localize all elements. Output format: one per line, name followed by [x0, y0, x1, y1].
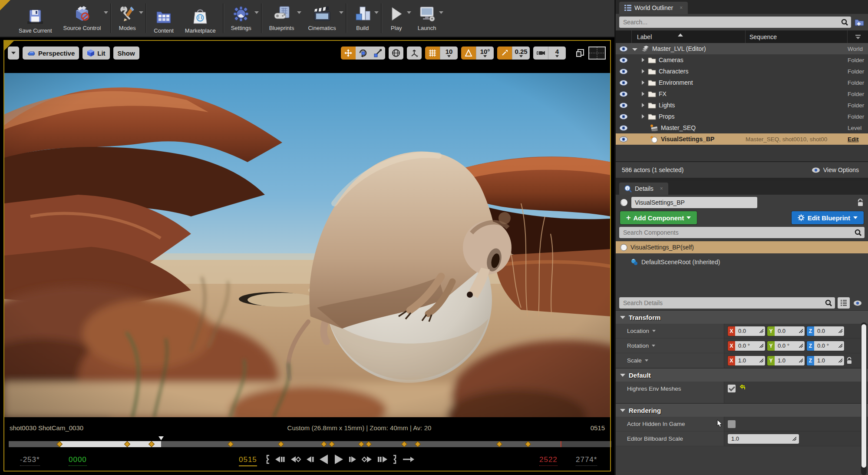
scale-snap-value[interactable]: 0.25 — [512, 47, 530, 60]
marketplace-button[interactable]: Marketplace — [179, 0, 221, 37]
chevron-down-icon[interactable] — [645, 359, 648, 362]
expander-icon[interactable] — [642, 103, 644, 107]
step-back-icon[interactable] — [306, 454, 314, 465]
visibility-eye-icon[interactable] — [616, 69, 631, 74]
drag-handle-icon[interactable] — [838, 344, 842, 348]
panel-splitter[interactable] — [616, 178, 868, 181]
close-icon[interactable]: × — [680, 5, 683, 11]
show-button[interactable]: Show — [113, 47, 139, 60]
expander-icon[interactable] — [632, 48, 637, 51]
source-control-button[interactable]: Source Control — [58, 3, 107, 34]
details-scrollbar-thumb[interactable] — [861, 324, 866, 468]
settings-dropdown[interactable] — [254, 11, 259, 14]
play-forward-icon[interactable] — [333, 454, 344, 465]
angle-snap-toggle[interactable] — [461, 47, 476, 60]
sequence-column-header[interactable]: Sequence — [745, 30, 847, 43]
drag-handle-icon[interactable] — [759, 329, 763, 333]
range-end-field[interactable]: 2774* — [576, 455, 597, 466]
visibility-eye-icon[interactable] — [616, 114, 631, 120]
playhead-marker[interactable] — [158, 436, 164, 440]
drag-handle-icon[interactable] — [759, 344, 763, 348]
range-start-field[interactable]: -253* — [20, 455, 40, 466]
outliner-searchbox[interactable] — [619, 17, 851, 28]
visibility-eye-icon[interactable] — [616, 125, 631, 131]
next-shot-icon[interactable] — [377, 454, 388, 465]
tab-details[interactable]: i Details × — [619, 183, 668, 195]
move-tool-button[interactable] — [341, 47, 356, 60]
scale-snap-toggle[interactable] — [497, 47, 512, 60]
camera-speed-value[interactable]: 4 — [548, 47, 566, 60]
cinematics-dropdown[interactable] — [339, 11, 343, 14]
visibility-eye-icon[interactable] — [616, 57, 631, 63]
play-dropdown[interactable] — [407, 11, 411, 14]
components-search-input[interactable] — [619, 227, 865, 238]
scale-lock-icon[interactable] — [846, 357, 852, 365]
outliner-row-environment[interactable]: Environment Folder — [616, 77, 868, 88]
tab-world-outliner[interactable]: World Outliner × — [619, 2, 688, 14]
save-current-button[interactable]: Save Current — [13, 0, 58, 37]
playback-end-field[interactable]: 2522 — [539, 455, 558, 466]
close-icon[interactable]: × — [660, 186, 663, 192]
details-scrollbar[interactable] — [861, 322, 867, 475]
step-forward-icon[interactable] — [348, 454, 357, 465]
drag-handle-icon[interactable] — [799, 344, 803, 348]
outliner-row-lights[interactable]: Lights Folder — [616, 100, 868, 111]
reset-to-default-icon[interactable] — [740, 385, 746, 391]
details-view-options-button[interactable] — [852, 300, 865, 306]
details-searchbox[interactable] — [619, 297, 835, 309]
camera-speed-icon[interactable] — [533, 47, 548, 60]
expander-icon[interactable] — [642, 69, 644, 73]
location-x-field[interactable]: 0.0 — [735, 326, 765, 336]
section-default[interactable]: Default — [616, 368, 868, 382]
world-space-button[interactable] — [389, 47, 403, 60]
cinematics-button[interactable]: Cinematics — [302, 3, 341, 34]
visibility-eye-icon[interactable] — [616, 46, 631, 52]
restore-viewport-icon[interactable] — [575, 48, 585, 58]
sequencer-timeline[interactable] — [9, 439, 611, 449]
modes-dropdown[interactable] — [139, 11, 143, 14]
drag-handle-icon[interactable] — [838, 329, 842, 333]
add-component-button[interactable]: + Add Component — [620, 211, 697, 224]
rotation-y-field[interactable]: 0.0 ° — [775, 341, 805, 351]
expander-icon[interactable] — [642, 92, 644, 96]
outliner-row-characters[interactable]: Characters Folder — [616, 66, 868, 77]
scale-y-field[interactable]: 1.0 — [775, 356, 805, 365]
label-column-header[interactable]: Label — [631, 30, 745, 43]
bracket-out-icon[interactable] — [393, 454, 398, 465]
play-reverse-icon[interactable] — [319, 454, 329, 465]
expander-icon[interactable] — [642, 114, 644, 119]
rotate-tool-button[interactable] — [356, 47, 370, 60]
source-control-dropdown[interactable] — [104, 11, 108, 14]
outliner-row-visualsettings-bp[interactable]: VisualSettings_BP Master_SEQ, shot0010, … — [616, 133, 868, 145]
outliner-empty-area[interactable] — [616, 145, 868, 161]
expander-icon[interactable] — [642, 80, 644, 85]
component-row-self[interactable]: VisualSettings_BP(self) — [616, 241, 868, 253]
current-frame-field[interactable]: 0515 — [239, 455, 257, 466]
component-row-scene-root[interactable]: DefaultSceneRoot (Inherited) — [616, 256, 868, 269]
actor-name-input[interactable] — [631, 197, 757, 208]
section-transform[interactable]: Transform — [616, 310, 868, 324]
build-button[interactable]: Build — [348, 3, 377, 34]
visibility-eye-icon[interactable] — [616, 80, 631, 86]
playback-end-marker[interactable] — [561, 441, 561, 447]
scale-tool-button[interactable] — [370, 47, 385, 60]
edit-sequence-link[interactable]: Edit — [848, 136, 868, 143]
angle-snap-value[interactable]: 10° — [476, 47, 494, 60]
outliner-row-props[interactable]: Props Folder — [616, 111, 868, 122]
content-button[interactable]: Content — [148, 0, 179, 37]
actor-name-field[interactable] — [631, 197, 757, 208]
expander-icon[interactable] — [642, 58, 644, 62]
scale-x-field[interactable]: 1.0 — [735, 356, 765, 365]
rendered-scene[interactable] — [4, 73, 611, 417]
viewport-layout-button[interactable] — [588, 47, 607, 60]
editor-billboard-field[interactable]: 1.0 — [728, 434, 799, 444]
surface-snap-button[interactable] — [407, 47, 422, 60]
blueprints-button[interactable]: Blueprints — [264, 3, 300, 34]
drag-handle-icon[interactable] — [799, 359, 803, 362]
view-options-button[interactable]: View Options — [812, 166, 862, 173]
launch-dropdown[interactable] — [439, 11, 443, 14]
drag-handle-icon[interactable] — [838, 359, 842, 362]
drag-handle-icon[interactable] — [799, 329, 803, 333]
visibility-eye-icon[interactable] — [616, 136, 631, 142]
next-key-icon[interactable] — [361, 454, 373, 465]
